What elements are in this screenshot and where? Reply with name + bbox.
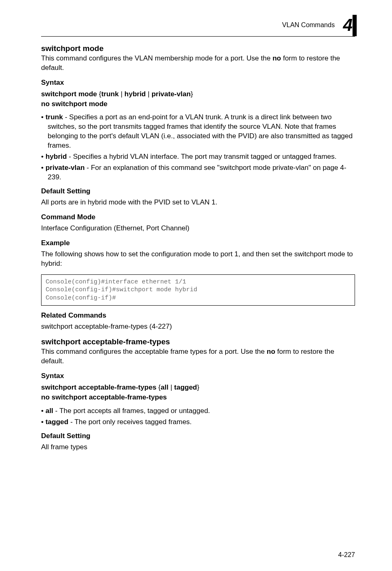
- opt-private-vlan: private-vlan: [152, 90, 191, 98]
- example-intro: The following shows how to set the confi…: [41, 250, 355, 269]
- list-item: private-vlan - For an explanation of thi…: [41, 163, 355, 182]
- opt-tagged: tagged: [174, 383, 197, 391]
- code-example: Console(config)#interface ethernet 1/1 C…: [41, 274, 355, 306]
- text: }: [191, 90, 193, 98]
- text: {: [157, 383, 161, 391]
- term: trunk: [46, 113, 63, 121]
- term: private-vlan: [46, 164, 85, 172]
- default-setting-heading: Default Setting: [41, 432, 355, 440]
- list-item: trunk - Specifies a port as an end-point…: [41, 113, 355, 151]
- default-setting-body: All ports are in hybrid mode with the PV…: [41, 198, 355, 207]
- sep: |: [168, 383, 174, 391]
- opt-trunk: trunk: [101, 90, 119, 98]
- list-item: hybrid - Specifies a hybrid VLAN interfa…: [41, 152, 355, 162]
- cmd: switchport mode: [41, 90, 97, 98]
- syntax-line-2: no switchport acceptable-frame-types: [41, 392, 355, 402]
- bold-no: no: [267, 348, 275, 355]
- desc: - The port accepts all frames, tagged or…: [53, 407, 210, 415]
- opt-all: all: [161, 383, 168, 391]
- syntax-block: switchport mode {trunk | hybrid | privat…: [41, 89, 355, 109]
- term: tagged: [46, 418, 69, 426]
- desc: - Specifies a hybrid VLAN interface. The…: [67, 153, 337, 160]
- desc: - The port only receives tagged frames.: [68, 418, 191, 426]
- section-heading-switchport-mode: switchport mode: [41, 44, 355, 53]
- sep: |: [119, 90, 125, 98]
- cmd: switchport acceptable-frame-types: [41, 383, 157, 391]
- command-mode-body: Interface Configuration (Ethernet, Port …: [41, 224, 355, 233]
- running-head: VLAN Commands 4: [41, 16, 355, 34]
- example-heading: Example: [41, 239, 355, 247]
- option-list: trunk - Specifies a port as an end-point…: [41, 113, 355, 182]
- text: }: [197, 383, 200, 391]
- term: all: [46, 407, 53, 415]
- section2-intro: This command configures the acceptable f…: [41, 347, 355, 366]
- chapter-number-badge: 4: [343, 16, 355, 34]
- default-setting-body: All frame types: [41, 443, 355, 452]
- default-setting-heading: Default Setting: [41, 187, 355, 195]
- running-head-text: VLAN Commands: [282, 21, 335, 29]
- list-item: all - The port accepts all frames, tagge…: [41, 406, 355, 416]
- cmd-no: no switchport acceptable-frame-types: [41, 393, 167, 401]
- page-number: 4-227: [338, 551, 355, 559]
- related-commands-heading: Related Commands: [41, 311, 355, 320]
- desc: - Specifies a port as an end-point for a…: [48, 113, 353, 149]
- desc: - For an explanation of this command see…: [48, 164, 346, 181]
- syntax-heading: Syntax: [41, 372, 355, 380]
- syntax-line-2: no switchport mode: [41, 99, 355, 109]
- sep: |: [146, 90, 152, 98]
- term: hybrid: [46, 153, 67, 160]
- header-rule: [41, 36, 355, 37]
- syntax-block: switchport acceptable-frame-types {all |…: [41, 383, 355, 402]
- syntax-heading: Syntax: [41, 79, 355, 87]
- related-commands-body: switchport acceptable-frame-types (4-227…: [41, 322, 355, 332]
- command-mode-heading: Command Mode: [41, 213, 355, 221]
- syntax-line-1: switchport mode {trunk | hybrid | privat…: [41, 89, 355, 99]
- section1-intro: This command configures the VLAN members…: [41, 54, 355, 73]
- syntax-line-1: switchport acceptable-frame-types {all |…: [41, 383, 355, 392]
- text: This command configures the VLAN members…: [41, 54, 272, 62]
- list-item: tagged - The port only receives tagged f…: [41, 418, 355, 427]
- text: This command configures the acceptable f…: [41, 348, 267, 355]
- section-heading-acceptable-frame-types: switchport acceptable-frame-types: [41, 337, 355, 346]
- cmd-no: no switchport mode: [41, 100, 108, 108]
- bold-no: no: [272, 54, 281, 62]
- page: VLAN Commands 4 switchport mode This com…: [0, 0, 392, 571]
- option-list: all - The port accepts all frames, tagge…: [41, 406, 355, 427]
- opt-hybrid: hybrid: [125, 90, 146, 98]
- text: {: [97, 90, 101, 98]
